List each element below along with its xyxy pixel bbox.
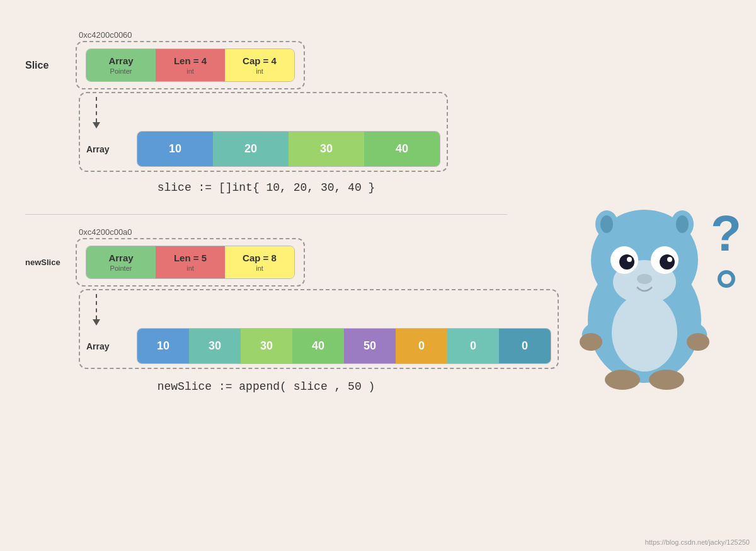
svg-point-19 <box>649 370 684 390</box>
bottom-arr-cell-6: 0 <box>447 329 499 363</box>
bottom-len-title: Len = 5 <box>174 253 207 263</box>
bottom-cap-cell: Cap = 8 int <box>225 246 294 278</box>
top-array-label: Array <box>86 144 137 154</box>
svg-point-17 <box>687 333 709 351</box>
bottom-arr-cell-3: 40 <box>292 329 344 363</box>
top-array-ptr-title: Array <box>108 55 133 66</box>
svg-point-16 <box>580 333 602 351</box>
bottom-array-ptr-subtitle: Pointer <box>110 264 132 272</box>
top-address: 0xc4200c0060 <box>79 30 507 40</box>
bottom-slice-box: Array Pointer Len = 5 int Cap = 8 int <box>86 246 295 279</box>
slice-label: Slice <box>25 60 76 71</box>
top-len-subtitle: int <box>186 67 194 75</box>
svg-point-5 <box>619 254 634 270</box>
top-cap-subtitle: int <box>256 67 263 75</box>
svg-point-13 <box>676 215 689 233</box>
top-arr-cell-0: 10 <box>137 132 213 166</box>
top-arr-cell-3: 40 <box>364 132 440 166</box>
bottom-len-subtitle: int <box>186 264 194 272</box>
gopher-svg: ? <box>550 150 739 402</box>
svg-point-9 <box>637 274 652 284</box>
top-arr-cell-1: 20 <box>213 132 289 166</box>
bottom-arr-cell-4: 50 <box>344 329 396 363</box>
top-slice-box: Array Pointer Len = 4 int Cap = 4 int <box>86 48 295 82</box>
svg-point-18 <box>605 370 640 390</box>
top-cap-cell: Cap = 4 int <box>225 49 294 81</box>
bottom-arr-cell-2: 30 <box>241 329 292 363</box>
bottom-code: newSlice := append( slice , 50 ) <box>25 380 507 393</box>
bottom-arr-cell-5: 0 <box>396 329 447 363</box>
bottom-arr-cell-0: 10 <box>137 329 189 363</box>
top-arr-cell-2: 30 <box>289 132 364 166</box>
svg-point-11 <box>600 215 613 233</box>
bottom-arr-cell-1: 30 <box>189 329 241 363</box>
bottom-address: 0xc4200c00a0 <box>79 227 507 237</box>
top-cap-title: Cap = 4 <box>243 55 277 66</box>
svg-point-8 <box>667 257 672 262</box>
top-array-pointer-cell: Array Pointer <box>86 49 156 81</box>
bottom-array-pointer-cell: Array Pointer <box>86 246 156 278</box>
top-len-title: Len = 4 <box>174 55 207 66</box>
top-array-box: 10 20 30 40 <box>137 131 440 167</box>
bottom-cap-subtitle: int <box>256 264 263 272</box>
bottom-array-ptr-title: Array <box>108 253 133 263</box>
svg-point-20 <box>612 293 677 372</box>
svg-point-7 <box>627 257 632 262</box>
svg-point-23 <box>721 274 731 284</box>
bottom-array-box: 10 30 30 40 50 0 0 0 <box>137 328 551 364</box>
svg-point-6 <box>660 254 675 270</box>
bottom-len-cell: Len = 5 int <box>156 246 225 278</box>
watermark: https://blog.csdn.net/jacky/125250 <box>645 538 750 546</box>
top-code: slice := []int{ 10, 20, 30, 40 } <box>25 181 507 194</box>
svg-text:?: ? <box>711 205 739 261</box>
bottom-cap-title: Cap = 8 <box>243 253 277 263</box>
newslice-label: newSlice <box>25 258 76 267</box>
top-len-cell: Len = 4 int <box>156 49 225 81</box>
gopher-illustration: ? <box>550 150 739 402</box>
top-array-ptr-subtitle: Pointer <box>110 67 132 75</box>
bottom-array-label: Array <box>86 341 137 351</box>
